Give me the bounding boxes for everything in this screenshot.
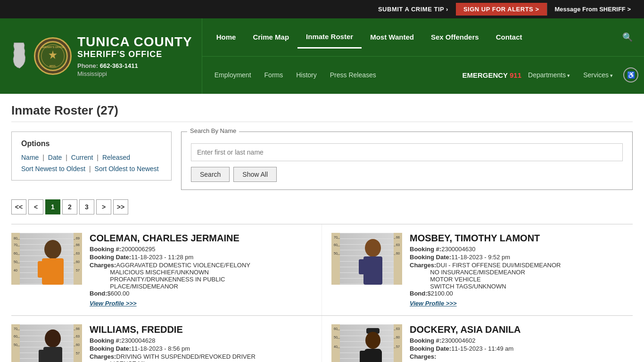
svg-point-74 bbox=[365, 332, 380, 349]
inmate-name-williams: WILLIAMS, FREDDIE bbox=[90, 324, 316, 335]
brand-text: TUNICA COUNTY SHERIFF'S OFFICE Phone: 66… bbox=[77, 35, 192, 77]
nav-employment[interactable]: Employment bbox=[208, 66, 258, 83]
filter-released[interactable]: Released bbox=[102, 154, 130, 161]
nav-crime-map[interactable]: Crime Map bbox=[244, 26, 297, 48]
sort-links: Sort Newest to Oldest | Sort Oldest to N… bbox=[21, 165, 162, 173]
search-input[interactable] bbox=[191, 143, 623, 161]
search-legend: Search By Name bbox=[187, 127, 239, 134]
inmate-entry-williams: 70 60 50 66 63 60 bbox=[11, 316, 322, 362]
bond-coleman: Bond:$600.00 bbox=[90, 290, 316, 297]
primary-nav: Home Crime Map Inmate Roster Most Wanted… bbox=[202, 18, 644, 57]
nav-departments[interactable]: Departments bbox=[521, 66, 577, 83]
filter-date[interactable]: Date bbox=[48, 154, 62, 161]
svg-text:66: 66 bbox=[396, 236, 400, 239]
nav-contact[interactable]: Contact bbox=[487, 26, 531, 48]
inmate-name-mosbey: MOSBEY, TIMOTHY LAMONT bbox=[410, 233, 627, 244]
nav-forms[interactable]: Forms bbox=[258, 66, 290, 83]
nav-sex-offenders[interactable]: Sex Offenders bbox=[422, 26, 487, 48]
inmate-row-1: 80 70 60 50 40 69 bbox=[11, 224, 633, 315]
page-3[interactable]: 3 bbox=[79, 199, 94, 214]
booking-date-mosbey: Booking Date:11-18-2023 - 9:52 pm bbox=[410, 254, 627, 261]
sort-newest[interactable]: Sort Newest to Oldest bbox=[21, 165, 85, 173]
inmate-entry-dockery: 60 50 40 63 60 bbox=[322, 316, 633, 362]
inmate-name-coleman: COLEMAN, CHARLES JERMAINE bbox=[90, 233, 316, 244]
nav-inmate-roster[interactable]: Inmate Roster bbox=[297, 26, 362, 49]
svg-rect-56 bbox=[39, 350, 45, 362]
svg-text:63: 63 bbox=[76, 252, 80, 255]
inmate-entry-mosbey: 70 60 50 66 63 60 bbox=[322, 224, 633, 315]
booking-date-williams: Booking Date:11-18-2023 - 8:56 pm bbox=[90, 345, 316, 352]
svg-text:70: 70 bbox=[14, 327, 17, 330]
sign-up-alerts-link[interactable]: SIGN UP FOR ALERTS > bbox=[456, 3, 547, 16]
page-title: Inmate Roster (27) bbox=[11, 103, 633, 122]
page-prev[interactable]: < bbox=[28, 199, 43, 214]
top-bar: SUBMIT A CRIME TIP › SIGN UP FOR ALERTS … bbox=[0, 0, 644, 18]
submit-tip-link[interactable]: SUBMIT A CRIME TIP › bbox=[371, 3, 456, 16]
search-submit-button[interactable]: Search bbox=[191, 167, 230, 182]
options-box: Options Name | Date | Current | Released… bbox=[11, 132, 172, 181]
svg-text:50: 50 bbox=[14, 343, 17, 346]
nav-history[interactable]: History bbox=[289, 66, 323, 83]
svg-text:60: 60 bbox=[396, 336, 400, 339]
svg-text:60: 60 bbox=[14, 335, 17, 338]
charges-williams: Charges:DRIVING WITH SUSPENDED/REVOKED D… bbox=[90, 353, 316, 362]
svg-text:60: 60 bbox=[14, 252, 17, 255]
nav-most-wanted[interactable]: Most Wanted bbox=[362, 26, 422, 48]
svg-text:60: 60 bbox=[76, 343, 80, 346]
state-shape-icon bbox=[9, 42, 28, 70]
nav-services[interactable]: Services bbox=[577, 66, 619, 83]
svg-rect-40 bbox=[394, 233, 402, 285]
booking-num-dockery: Booking #:2300004602 bbox=[410, 337, 627, 344]
svg-text:60: 60 bbox=[334, 327, 338, 330]
page-2[interactable]: 2 bbox=[62, 199, 77, 214]
view-profile-mosbey[interactable]: View Profile >>> bbox=[410, 300, 457, 307]
sort-oldest[interactable]: Sort Oldest to Newest bbox=[95, 165, 159, 173]
inmate-info-mosbey: MOSBEY, TIMOTHY LAMONT Booking #:2300004… bbox=[410, 233, 627, 307]
nav-press-releases[interactable]: Press Releases bbox=[323, 66, 383, 83]
svg-text:60: 60 bbox=[76, 260, 80, 263]
svg-text:40: 40 bbox=[334, 345, 338, 348]
svg-text:70: 70 bbox=[14, 243, 17, 247]
charges-dockery: Charges: bbox=[410, 353, 627, 360]
page-1[interactable]: 1 bbox=[45, 199, 60, 214]
page-first[interactable]: << bbox=[11, 199, 26, 214]
svg-text:70: 70 bbox=[334, 236, 338, 239]
inmate-photo-dockery: 60 50 40 63 60 bbox=[331, 324, 402, 362]
submit-tip-highlight: CRIME TIP bbox=[411, 6, 444, 13]
nav-home[interactable]: Home bbox=[208, 26, 245, 48]
svg-text:63: 63 bbox=[396, 243, 400, 247]
show-all-button[interactable]: Show All bbox=[233, 167, 277, 182]
accessibility-button[interactable]: ♿ bbox=[623, 67, 638, 82]
search-box: Search By Name Search Show All bbox=[181, 132, 633, 190]
page-next[interactable]: > bbox=[96, 199, 111, 214]
inmate-info-coleman: COLEMAN, CHARLES JERMAINE Booking #:2000… bbox=[90, 233, 316, 307]
booking-num-williams: Booking #:2300004628 bbox=[90, 337, 316, 344]
inmate-row-2: 70 60 50 66 63 60 bbox=[11, 315, 633, 362]
page-last[interactable]: >> bbox=[113, 199, 128, 214]
charges-mosbey: Charges:DUI - FIRST OFFENSE DUI/MISDEMEA… bbox=[410, 262, 627, 290]
svg-rect-77 bbox=[376, 351, 382, 362]
submit-tip-arrow: › bbox=[444, 6, 448, 13]
svg-point-54 bbox=[45, 329, 61, 347]
pagination: << < 1 2 3 > >> bbox=[11, 199, 633, 214]
svg-rect-39 bbox=[375, 259, 381, 274]
search-button[interactable]: 🔍 bbox=[617, 28, 638, 46]
booking-date-dockery: Booking Date:11-15-2023 - 11:49 am bbox=[410, 345, 627, 352]
booking-num-coleman: Booking #:2000006295 bbox=[90, 246, 316, 253]
svg-text:57: 57 bbox=[76, 269, 80, 272]
sheriff-message-link[interactable]: Message From SHERIFF > bbox=[547, 3, 639, 16]
filter-current[interactable]: Current bbox=[71, 154, 93, 161]
svg-text:SHERIFF'S OFFICE: SHERIFF'S OFFICE bbox=[41, 46, 64, 49]
view-profile-coleman[interactable]: View Profile >>> bbox=[90, 300, 137, 307]
inmate-entry-coleman: 80 70 60 50 40 69 bbox=[11, 224, 322, 315]
state-name: Mississippi bbox=[77, 70, 192, 77]
options-title: Options bbox=[21, 140, 162, 148]
filter-name[interactable]: Name bbox=[21, 154, 39, 161]
org-name-line2: SHERIFF'S OFFICE bbox=[77, 49, 192, 59]
main-nav: Home Crime Map Inmate Roster Most Wanted… bbox=[202, 18, 644, 94]
svg-text:57: 57 bbox=[76, 352, 80, 355]
svg-rect-19 bbox=[74, 233, 82, 285]
svg-text:69: 69 bbox=[76, 237, 80, 240]
inmate-photo-williams: 70 60 50 66 63 60 bbox=[11, 324, 82, 362]
secondary-nav: Employment Forms History Press Releases … bbox=[202, 57, 644, 94]
